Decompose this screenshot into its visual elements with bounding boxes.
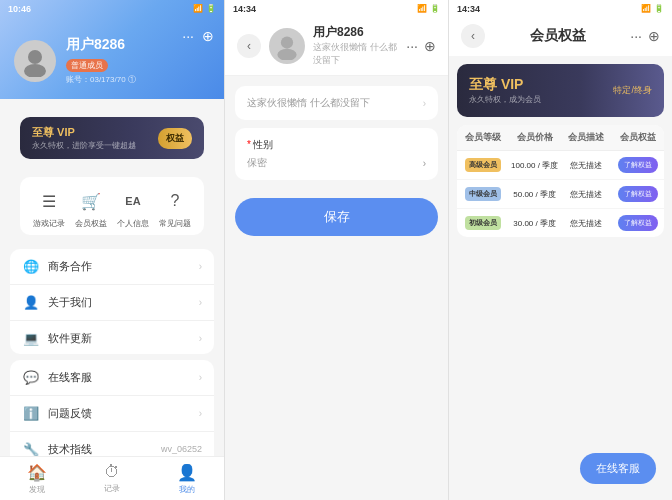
history-icon: ☰: [35, 187, 63, 215]
arrow-icon-5: ›: [199, 408, 202, 419]
panel2-status-bar: 14:34: [233, 4, 256, 14]
panel2-status-icons: 📶 🔋: [417, 4, 440, 13]
panel2-avatar: [269, 28, 305, 64]
menu-label-vip: 会员权益: [75, 218, 107, 229]
business-icon: 🌐: [22, 259, 40, 274]
faq-icon: ?: [161, 187, 189, 215]
nav-item-profile[interactable]: 👤 我的: [149, 457, 224, 500]
vip-icon: 🛒: [77, 187, 105, 215]
gender-text: 保密: [247, 156, 267, 170]
settings-icon[interactable]: ⊕: [202, 28, 214, 44]
panel2-subtitle: 这家伙很懒惰 什么都没留下: [313, 41, 398, 67]
action-high[interactable]: 了解权益: [612, 157, 664, 173]
panel1-profile: 10:46 📶 🔋 用户8286 普通成员 账号：03/173/70 ① ···…: [0, 0, 224, 500]
profile-row: 用户8286 普通成员 账号：03/173/70 ① ··· ⊕: [14, 36, 210, 85]
panel3-back-button[interactable]: ‹: [461, 24, 485, 48]
col-rights: 会员权益: [612, 125, 664, 150]
feedback-icon: ℹ️: [22, 406, 40, 421]
action-mid[interactable]: 了解权益: [612, 186, 664, 202]
form-section: 性别 保密 ›: [235, 128, 438, 180]
price-high: 100.00 / 季度: [509, 160, 561, 171]
vip-card-banner[interactable]: 至尊 VIP 永久特权，成为会员 特定/终身: [457, 64, 664, 117]
desc-mid: 您无描述: [561, 189, 613, 200]
more-icon[interactable]: ···: [182, 28, 194, 44]
update-icon: 💻: [22, 331, 40, 346]
panel2-title: 用户8286: [313, 24, 398, 41]
list-label-business: 商务合作: [48, 259, 191, 274]
suggestion-card[interactable]: 这家伙很懒惰 什么都没留下 ›: [235, 86, 438, 120]
service-icon: 💬: [22, 370, 40, 385]
online-service-button[interactable]: 在线客服: [580, 453, 656, 484]
vip-rights-button[interactable]: 权益: [158, 128, 192, 149]
header-actions: ··· ⊕: [182, 28, 214, 44]
mid-badge: 中级会员: [465, 187, 501, 201]
panel2-action-icons: ··· ⊕: [406, 38, 436, 54]
panel1-status-icons: 📶 🔋: [193, 4, 216, 13]
panel1-status-bar: 10:46: [8, 4, 31, 14]
nav-item-history[interactable]: ⏱ 记录: [75, 457, 150, 500]
list-item-feedback[interactable]: ℹ️ 问题反馈 ›: [10, 396, 214, 432]
panel2-body: 这家伙很懒惰 什么都没留下 › 性别 保密 › 保存: [225, 76, 448, 500]
profile-icon: EA: [119, 187, 147, 215]
action-low[interactable]: 了解权益: [612, 215, 664, 231]
arrow-icon-3: ›: [199, 333, 202, 344]
vip-table-header: 会员等级 会员价格 会员描述 会员权益: [457, 125, 664, 151]
high-badge: 高级会员: [465, 158, 501, 172]
vip-table-row-high: 高级会员 100.00 / 季度 您无描述 了解权益: [457, 151, 664, 180]
menu-item-profile[interactable]: EA 个人信息: [117, 187, 149, 229]
panel3-action-icons: ··· ⊕: [630, 28, 660, 44]
vip-table-row-mid: 中级会员 50.00 / 季度 您无描述 了解权益: [457, 180, 664, 209]
panel2-add-icon[interactable]: ⊕: [424, 38, 436, 54]
list-item-update[interactable]: 💻 软件更新 ›: [10, 321, 214, 354]
vip-title: 至尊 VIP: [32, 125, 136, 140]
about-icon: 👤: [22, 295, 40, 310]
gender-field[interactable]: 性别 保密 ›: [235, 128, 438, 180]
menu-label-faq: 常见问题: [159, 218, 191, 229]
arrow-icon-4: ›: [199, 372, 202, 383]
profile-tag: 普通成员: [66, 59, 108, 72]
menu-item-vip[interactable]: 🛒 会员权益: [75, 187, 107, 229]
panel2-back-button[interactable]: ‹: [237, 34, 261, 58]
panel2-more-icon[interactable]: ···: [406, 38, 418, 54]
panel3-add-icon[interactable]: ⊕: [648, 28, 660, 44]
panel1-header: 10:46 📶 🔋 用户8286 普通成员 账号：03/173/70 ① ···…: [0, 0, 224, 99]
learn-btn-low[interactable]: 了解权益: [618, 215, 658, 231]
list-label-tech: 技术指线: [48, 442, 153, 457]
save-button[interactable]: 保存: [235, 198, 438, 236]
vip-left: 至尊 VIP 永久特权，进阶享受一键超越: [32, 125, 136, 151]
vip-banner[interactable]: 至尊 VIP 永久特权，进阶享受一键超越 权益: [20, 117, 204, 159]
vip-table-row-low: 初级会员 30.00 / 季度 您无描述 了解权益: [457, 209, 664, 237]
price-mid: 50.00 / 季度: [509, 189, 561, 200]
list-item-service[interactable]: 💬 在线客服 ›: [10, 360, 214, 396]
list-label-service: 在线客服: [48, 370, 191, 385]
tech-icon: 🔧: [22, 442, 40, 457]
level-low: 初级会员: [457, 216, 509, 230]
learn-btn-high[interactable]: 了解权益: [618, 157, 658, 173]
gender-value: 保密 ›: [247, 156, 426, 170]
panel2-header: 14:34 📶 🔋 ‹ 用户8286 这家伙很懒惰 什么都没留下 ··· ⊕: [225, 0, 448, 76]
bottom-nav: 🏠 发现 ⏱ 记录 👤 我的: [0, 456, 224, 500]
nav-label-history: 记录: [104, 483, 120, 494]
level-mid: 中级会员: [457, 187, 509, 201]
panel3-status-icons: 📶 🔋: [641, 4, 664, 13]
panel3-header: 14:34 📶 🔋 ‹ 会员权益 ··· ⊕: [449, 0, 672, 56]
panel3-more-icon[interactable]: ···: [630, 28, 642, 44]
list-item-business[interactable]: 🌐 商务合作 ›: [10, 249, 214, 285]
list-section-1: 🌐 商务合作 › 👤 关于我们 › 💻 软件更新 ›: [10, 249, 214, 354]
panel3-vip: 14:34 📶 🔋 ‹ 会员权益 ··· ⊕ 至尊 VIP 永久特权，成为会员 …: [448, 0, 672, 500]
desc-low: 您无描述: [561, 218, 613, 229]
learn-btn-mid[interactable]: 了解权益: [618, 186, 658, 202]
menu-item-faq[interactable]: ? 常见问题: [159, 187, 191, 229]
panel2-form: 14:34 📶 🔋 ‹ 用户8286 这家伙很懒惰 什么都没留下 ··· ⊕ 这…: [224, 0, 448, 500]
nav-item-discover[interactable]: 🏠 发现: [0, 457, 75, 500]
vip-card-title: 至尊 VIP: [469, 76, 541, 94]
tech-version: wv_06252: [161, 444, 202, 454]
list-item-about[interactable]: 👤 关于我们 ›: [10, 285, 214, 321]
arrow-icon-2: ›: [199, 297, 202, 308]
col-price: 会员价格: [509, 125, 561, 150]
menu-label-history: 游戏记录: [33, 218, 65, 229]
vip-table: 会员等级 会员价格 会员描述 会员权益 高级会员 100.00 / 季度 您无描…: [457, 125, 664, 237]
vip-card-badge: 特定/终身: [613, 84, 652, 97]
gender-arrow-icon: ›: [423, 158, 426, 169]
menu-item-history[interactable]: ☰ 游戏记录: [33, 187, 65, 229]
